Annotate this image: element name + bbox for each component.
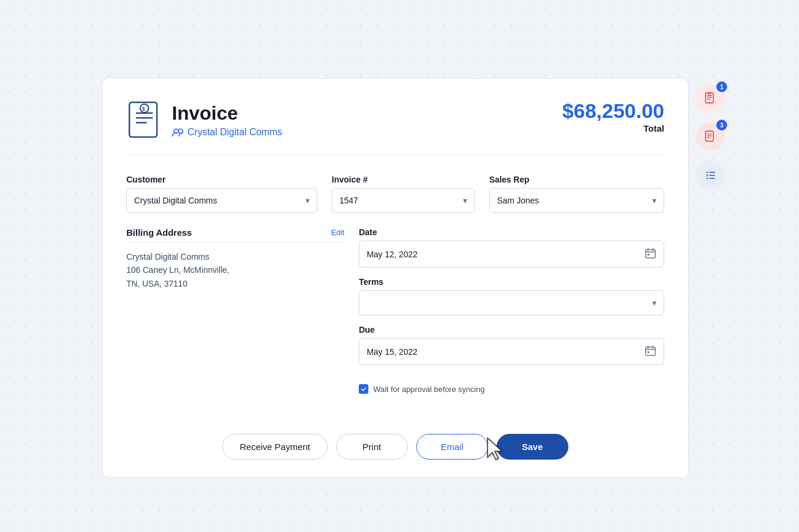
sales-rep-chevron-icon: ▾ — [652, 196, 656, 205]
due-calendar-icon — [644, 345, 656, 358]
email-button[interactable]: Email — [416, 434, 488, 460]
terms-group: Terms ▾ — [359, 277, 664, 315]
billing-title: Billing Address — [126, 227, 192, 238]
invoice-title-group: $ Invoice Crystal Digital Comms — [126, 100, 282, 141]
billing-line2: 106 Caney Ln, McMinnville, — [126, 263, 344, 276]
customer-select-value: Crystal Digital Comms — [134, 196, 217, 205]
svg-text:$: $ — [142, 106, 145, 112]
date-value: May 12, 2022 — [367, 250, 417, 259]
terms-select[interactable]: ▾ — [359, 290, 664, 315]
terms-chevron-icon: ▾ — [652, 298, 656, 308]
terms-row: Terms ▾ — [359, 277, 664, 315]
customer-label: Customer — [126, 175, 317, 184]
form-row-1: Customer Crystal Digital Comms ▾ Invoice… — [126, 175, 664, 213]
billing-line3: TN, USA, 37110 — [126, 277, 344, 290]
billing-header: Billing Address Edit — [126, 227, 344, 243]
total-amount: $68,250.00 — [562, 100, 664, 122]
billing-section: Billing Address Edit Crystal Digital Com… — [126, 227, 344, 290]
approval-checkbox[interactable] — [359, 384, 368, 394]
sidebar-details-icon-btn[interactable] — [696, 160, 725, 189]
customer-select[interactable]: Crystal Digital Comms ▾ — [126, 188, 317, 213]
invoice-header: $ Invoice Crystal Digital Comms — [126, 100, 664, 156]
svg-rect-8 — [647, 351, 649, 353]
svg-point-16 — [707, 178, 709, 180]
invoice-title-text: Invoice Crystal Digital Comms — [172, 103, 282, 137]
due-label: Due — [359, 325, 664, 335]
invoice-title: Invoice — [172, 103, 282, 124]
invoice-num-label: Invoice # — [332, 175, 475, 184]
svg-point-14 — [707, 175, 709, 177]
footer-buttons: Receive Payment Print Email Save — [126, 427, 664, 460]
due-group: Due May 15, 2022 — [359, 325, 664, 365]
invoice-num-value: 1547 — [340, 196, 358, 205]
billing-dates-row: Billing Address Edit Crystal Digital Com… — [126, 227, 664, 394]
sidebar-invoice-icon-btn[interactable]: 1 — [696, 84, 725, 113]
invoice-document-icon: $ — [126, 100, 162, 141]
customer-link-text: Crystal Digital Comms — [187, 127, 282, 138]
billing-edit-button[interactable]: Edit — [331, 228, 344, 237]
customer-group: Customer Crystal Digital Comms ▾ — [126, 175, 317, 213]
customer-chevron-icon: ▾ — [305, 196, 310, 205]
dates-col: Date May 12, 2022 — [359, 227, 664, 394]
billing-col: Billing Address Edit Crystal Digital Com… — [126, 227, 344, 394]
due-input[interactable]: May 15, 2022 — [359, 338, 664, 365]
date-calendar-icon — [644, 247, 656, 261]
billing-address: Crystal Digital Comms 106 Caney Ln, McMi… — [126, 250, 344, 290]
sidebar-list-icon-btn[interactable]: 3 — [696, 122, 725, 151]
svg-point-12 — [707, 172, 709, 174]
date-label: Date — [359, 227, 664, 237]
form-section: Customer Crystal Digital Comms ▾ Invoice… — [126, 175, 664, 408]
invoice-num-select[interactable]: 1547 ▾ — [332, 188, 475, 213]
approval-checkbox-row: Wait for approval before syncing — [359, 384, 664, 394]
date-input[interactable]: May 12, 2022 — [359, 241, 664, 267]
sales-rep-label: Sales Rep — [489, 175, 664, 184]
sidebar-badge-2: 3 — [716, 120, 727, 130]
save-button[interactable]: Save — [497, 434, 568, 460]
sales-rep-group: Sales Rep Sam Jones ▾ — [489, 175, 664, 213]
svg-rect-6 — [647, 254, 649, 256]
svg-rect-7 — [646, 347, 655, 355]
main-container: $ Invoice Crystal Digital Comms — [102, 78, 727, 478]
print-button[interactable]: Print — [336, 434, 408, 460]
invoice-total-group: $68,250.00 Total — [562, 100, 664, 133]
terms-label: Terms — [359, 277, 664, 287]
sales-rep-select[interactable]: Sam Jones ▾ — [489, 188, 664, 213]
sidebar-badge-1: 1 — [716, 81, 727, 92]
sidebar-icons: 1 3 — [694, 78, 727, 478]
due-value: May 15, 2022 — [367, 347, 417, 357]
receive-payment-button[interactable]: Receive Payment — [222, 434, 328, 460]
svg-rect-5 — [646, 250, 655, 258]
date-group: Date May 12, 2022 — [359, 227, 664, 267]
customer-link[interactable]: Crystal Digital Comms — [172, 127, 282, 138]
billing-line1: Crystal Digital Comms — [126, 250, 344, 263]
invoice-num-group: Invoice # 1547 ▾ — [332, 175, 475, 213]
invoice-num-chevron-icon: ▾ — [463, 196, 467, 205]
total-label: Total — [562, 123, 664, 133]
approval-checkbox-label: Wait for approval before syncing — [373, 385, 485, 394]
svg-point-10 — [709, 93, 711, 96]
invoice-card: $ Invoice Crystal Digital Comms — [102, 78, 689, 478]
sales-rep-value: Sam Jones — [497, 196, 539, 205]
